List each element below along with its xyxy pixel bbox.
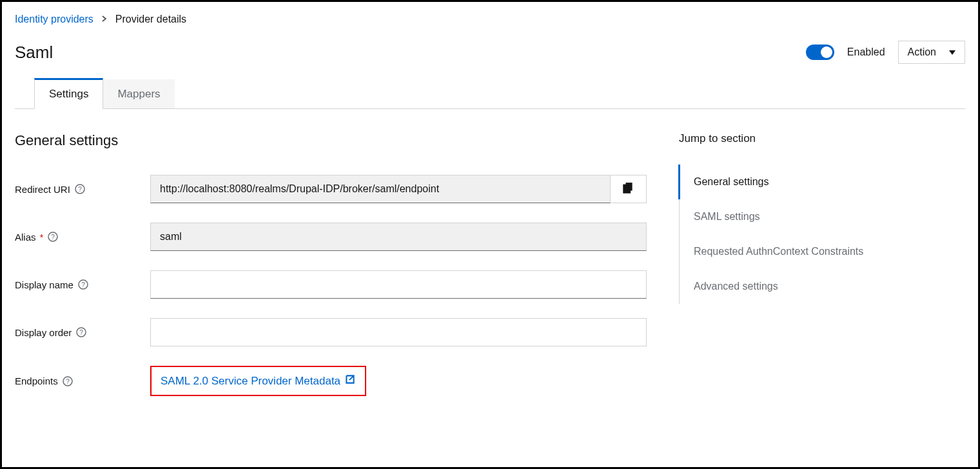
main-panel: General settings Redirect URI ? http://l… [15,132,647,415]
jump-item-saml[interactable]: SAML settings [680,199,965,234]
enabled-toggle-label: Enabled [847,46,885,58]
svg-text:?: ? [52,234,55,241]
action-dropdown-label: Action [908,46,936,58]
svg-text:?: ? [80,329,84,336]
enabled-toggle[interactable] [806,45,834,60]
help-icon[interactable]: ? [62,375,74,387]
label-redirect-uri-text: Redirect URI [15,184,70,195]
row-display-order: Display order ? [15,318,647,346]
breadcrumb-current: Provider details [115,14,186,25]
tab-settings[interactable]: Settings [34,78,103,109]
help-icon[interactable]: ? [74,183,86,195]
jump-item-authn[interactable]: Requested AuthnContext Constraints [680,234,965,269]
required-indicator: * [40,232,44,243]
jump-item-general[interactable]: General settings [678,165,965,199]
svg-text:?: ? [78,186,82,193]
display-order-input[interactable] [150,318,647,346]
svg-text:?: ? [66,378,70,385]
row-redirect-uri: Redirect URI ? http://localhost:8080/rea… [15,175,647,203]
label-redirect-uri: Redirect URI ? [15,183,150,195]
row-endpoints: Endpoints ? SAML 2.0 Service Provider Me… [15,366,647,396]
label-display-name-text: Display name [15,279,74,290]
action-dropdown[interactable]: Action [898,41,965,64]
label-alias-text: Alias [15,232,36,243]
svg-text:?: ? [81,281,85,288]
toggle-knob [821,46,832,58]
help-icon[interactable]: ? [75,326,87,338]
saml-metadata-link-text: SAML 2.0 Service Provider Metadata [161,375,340,388]
label-display-order-text: Display order [15,327,72,338]
tabs: Settings Mappers [15,78,965,109]
copy-icon [623,182,634,196]
label-display-name: Display name ? [15,279,150,290]
jump-list: General settings SAML settings Requested… [679,165,965,304]
breadcrumb-root-link[interactable]: Identity providers [15,14,93,25]
endpoints-highlight: SAML 2.0 Service Provider Metadata [150,366,366,396]
label-endpoints: Endpoints ? [15,375,150,387]
section-title-general: General settings [15,132,647,149]
help-icon[interactable]: ? [47,231,59,243]
header-actions: Enabled Action [806,41,965,64]
display-name-input[interactable] [150,270,647,299]
external-link-icon [344,374,356,388]
svg-rect-4 [623,185,630,193]
copy-button[interactable] [611,175,647,203]
saml-metadata-link[interactable]: SAML 2.0 Service Provider Metadata [161,374,356,388]
caret-down-icon [949,50,956,55]
chevron-right-icon [101,15,108,24]
jump-title: Jump to section [679,132,965,145]
help-icon[interactable]: ? [77,279,89,290]
row-alias: Alias * ? saml [15,223,647,251]
label-display-order: Display order ? [15,326,150,338]
row-display-name: Display name ? [15,270,647,299]
redirect-uri-field: http://localhost:8080/realms/Drupal-IDP/… [150,175,611,203]
alias-field: saml [150,223,647,251]
jump-to-section: Jump to section General settings SAML se… [679,132,965,415]
jump-item-advanced[interactable]: Advanced settings [680,269,965,304]
tab-mappers[interactable]: Mappers [103,79,174,108]
label-endpoints-text: Endpoints [15,375,58,386]
label-alias: Alias * ? [15,231,150,243]
page-title: Saml [15,43,53,63]
page-header: Saml Enabled Action [15,41,965,64]
breadcrumb: Identity providers Provider details [15,14,965,25]
